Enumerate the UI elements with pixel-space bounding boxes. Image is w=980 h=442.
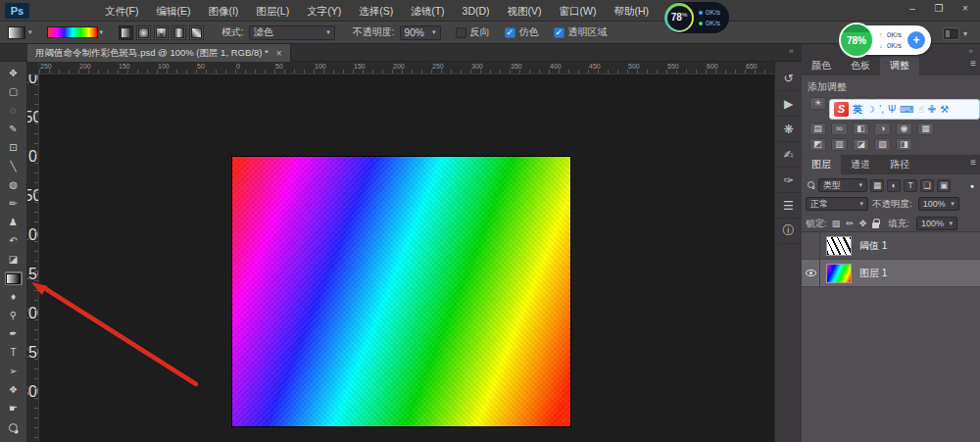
channel-mixer-icon[interactable]: ▦ <box>917 123 934 135</box>
channels-tab[interactable]: 通道 <box>841 155 880 174</box>
dodge-tool[interactable]: ⚲ <box>5 309 23 322</box>
clone-source-panel-icon[interactable]: ✍ <box>777 142 801 168</box>
rectangular-marquee-tool[interactable]: ▢ <box>5 85 23 99</box>
custom-shape-tool[interactable]: ❖ <box>5 383 23 397</box>
lock-position-icon[interactable]: ✥ <box>859 220 867 228</box>
visibility-toggle[interactable] <box>802 232 820 260</box>
color-tab[interactable]: 颜色 <box>802 56 841 75</box>
filter-smart-objects-icon[interactable]: ▣ <box>937 179 951 192</box>
layer-thumbnail[interactable] <box>826 236 852 256</box>
close-icon[interactable]: × <box>276 48 282 59</box>
vibrance-icon[interactable]: ▤ <box>809 123 826 135</box>
lasso-tool[interactable]: ◌ <box>5 104 23 118</box>
invert-icon[interactable]: ◩ <box>809 138 826 151</box>
gradient-preview[interactable] <box>47 26 98 38</box>
black-white-icon[interactable]: ◑ <box>874 123 891 135</box>
filter-toggle-icon[interactable]: ● <box>970 182 976 189</box>
expand-panels-icon[interactable]: » <box>968 46 973 56</box>
close-button[interactable]: × <box>956 3 974 14</box>
collapse-panels-icon[interactable]: « <box>789 46 794 56</box>
add-button[interactable]: + <box>907 31 925 49</box>
eraser-tool[interactable]: ◪ <box>5 253 23 267</box>
info-panel-icon[interactable]: ⓘ <box>777 219 801 244</box>
menu-item[interactable]: 视图(V) <box>499 0 551 22</box>
filter-adjustment-layers-icon[interactable]: ◐ <box>887 179 901 192</box>
opacity-select[interactable]: 90% ▾ <box>400 25 441 40</box>
adjustments-tab[interactable]: 调整 <box>880 56 919 75</box>
layer-thumbnail[interactable] <box>826 264 852 283</box>
gradient-tool[interactable] <box>5 271 23 285</box>
lock-all-icon[interactable] <box>872 222 879 228</box>
menu-item[interactable]: 3D(D) <box>454 0 499 22</box>
punctuation-icon[interactable]: ’, <box>879 105 884 115</box>
brush-tool[interactable]: ✏ <box>5 197 23 211</box>
angle-gradient-button[interactable] <box>154 25 169 40</box>
reflected-gradient-button[interactable] <box>172 25 186 40</box>
menu-item[interactable]: 图像(I) <box>199 0 247 22</box>
pen-tool[interactable]: ✒ <box>5 327 23 341</box>
zoom-tool[interactable] <box>5 420 23 434</box>
fill-select[interactable]: 100% ▾ <box>916 217 957 230</box>
hue-saturation-icon[interactable]: ∞ <box>831 123 848 135</box>
dither-checkbox[interactable]: 仿色 <box>505 25 539 39</box>
lock-transparent-pixels-icon[interactable]: ▨ <box>832 220 841 228</box>
crop-tool[interactable]: ⊡ <box>5 141 23 155</box>
history-brush-tool[interactable]: ↶ <box>5 234 23 248</box>
quick-selection-tool[interactable]: ✎ <box>5 123 23 136</box>
radial-gradient-button[interactable] <box>136 25 151 40</box>
spot-healing-brush-tool[interactable]: ◍ <box>5 178 23 192</box>
paths-tab[interactable]: 路径 <box>880 155 919 174</box>
blur-tool[interactable]: ♦ <box>5 290 23 304</box>
skin-icon[interactable]: ✙ <box>928 105 936 115</box>
half-moon-icon[interactable]: ☽ <box>866 105 875 115</box>
type-tool[interactable]: T <box>5 346 23 360</box>
soft-keyboard-icon[interactable]: ⌨ <box>900 105 913 115</box>
lock-image-pixels-icon[interactable]: ✏ <box>846 220 854 228</box>
network-monitor-green[interactable]: 78% ↑0K/s ↓0K/s + <box>841 25 931 55</box>
threshold-icon[interactable]: ◪ <box>853 138 869 151</box>
sogou-logo[interactable]: S <box>834 102 849 117</box>
linear-gradient-button[interactable] <box>119 25 133 40</box>
english-mode-icon[interactable]: 英 <box>853 105 862 115</box>
selective-color-icon[interactable]: ◨ <box>896 138 912 151</box>
history-panel-icon[interactable]: ↺ <box>777 66 801 91</box>
panel-menu-icon[interactable]: ≡ <box>970 157 976 168</box>
diamond-gradient-button[interactable] <box>189 25 204 40</box>
posterize-icon[interactable]: ▥ <box>831 138 848 151</box>
menu-item[interactable]: 帮助(H) <box>606 0 659 22</box>
layer-row-layer1[interactable]: 图层 1 <box>802 260 980 287</box>
menu-item[interactable]: 图层(L) <box>247 0 298 22</box>
layer-row-threshold[interactable]: 阈值 1 <box>802 232 980 260</box>
toolbox-icon[interactable]: ⚒ <box>940 105 949 115</box>
menu-item[interactable]: 编辑(E) <box>147 0 199 22</box>
layer-blend-mode-select[interactable]: 正常 ▾ <box>806 197 868 211</box>
mic-icon[interactable]: Ψ <box>888 105 896 115</box>
panel-menu-icon[interactable]: ≡ <box>970 58 976 69</box>
visibility-toggle[interactable] <box>802 260 820 287</box>
actions-panel-icon[interactable]: ▶ <box>777 91 801 117</box>
workspace-switcher[interactable]: ▾ <box>943 27 967 40</box>
restore-button[interactable]: ❐ <box>930 3 948 14</box>
menu-item[interactable]: 文件(F) <box>96 0 147 22</box>
minimize-button[interactable]: – <box>904 3 921 14</box>
chevron-down-icon[interactable]: ▾ <box>100 28 104 36</box>
brush-settings-panel-icon[interactable]: ❋ <box>777 117 801 142</box>
canvas-image[interactable] <box>232 157 570 426</box>
menu-item[interactable]: 滤镜(T) <box>402 0 453 22</box>
gradient-map-icon[interactable]: ▧ <box>874 138 891 151</box>
hand-tool[interactable]: ☛ <box>5 402 23 416</box>
menu-item[interactable]: 窗口(W) <box>551 0 606 22</box>
filter-shape-layers-icon[interactable]: ❑ <box>920 179 934 192</box>
eyedropper-tool[interactable]: ╲ <box>5 160 23 173</box>
reverse-checkbox[interactable]: 反向 <box>456 25 490 39</box>
filter-pixel-layers-icon[interactable]: ▦ <box>870 179 884 192</box>
path-selection-tool[interactable]: ➢ <box>5 365 23 378</box>
document-tab[interactable]: 用阈值命令制作彩色斑马.psd @ 100% (图层 1, RGB/8) * × <box>27 44 291 62</box>
transparency-checkbox[interactable]: 透明区域 <box>554 25 608 39</box>
move-tool[interactable]: ✥ <box>5 67 23 80</box>
network-monitor-dark[interactable]: 78% 0K/s 0K/s <box>664 2 729 33</box>
filter-type-select[interactable]: 类型 ▾ <box>818 178 867 192</box>
handwriting-icon[interactable]: ☝ <box>918 105 924 115</box>
tool-preset-picker[interactable]: ▾ <box>8 26 32 39</box>
color-balance-icon[interactable]: ◧ <box>853 123 869 135</box>
